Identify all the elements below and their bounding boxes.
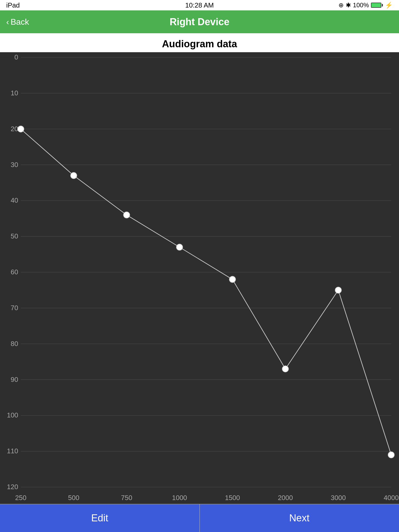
bluetooth-icon: ✱ [346, 2, 351, 9]
back-chevron-icon: ‹ [6, 17, 9, 27]
svg-text:50: 50 [11, 232, 18, 240]
battery-icon [371, 3, 383, 8]
svg-text:110: 110 [7, 447, 18, 455]
svg-text:0: 0 [15, 53, 18, 61]
battery-percent: 100% [353, 2, 369, 9]
svg-text:500: 500 [68, 494, 79, 502]
svg-text:4000: 4000 [384, 494, 399, 502]
svg-text:2000: 2000 [278, 494, 293, 502]
svg-text:30: 30 [11, 161, 18, 169]
page-title: Audiogram data [0, 33, 399, 52]
audiogram-chart: 0102030405060708090100110120250500750100… [0, 52, 399, 504]
charging-icon: ⚡ [385, 2, 393, 9]
back-label[interactable]: Back [11, 17, 29, 27]
svg-text:750: 750 [121, 494, 132, 502]
svg-point-40 [335, 287, 341, 293]
nav-title: Right Device [170, 16, 229, 28]
bottom-bar: Edit Next [0, 504, 399, 532]
svg-point-35 [71, 172, 77, 179]
next-button[interactable]: Next [200, 504, 399, 532]
location-icon: ⊕ [338, 2, 344, 9]
edit-button[interactable]: Edit [0, 504, 200, 532]
svg-point-39 [282, 366, 289, 372]
svg-text:3000: 3000 [331, 494, 346, 502]
svg-text:1500: 1500 [225, 494, 240, 502]
status-bar: iPad 10:28 AM ⊕ ✱ 100% ⚡ [0, 0, 399, 10]
svg-text:1000: 1000 [172, 494, 187, 502]
svg-text:60: 60 [11, 268, 18, 276]
svg-text:20: 20 [11, 125, 18, 133]
svg-point-36 [123, 212, 130, 218]
svg-text:250: 250 [15, 494, 26, 502]
svg-text:90: 90 [11, 376, 18, 383]
svg-point-37 [176, 244, 183, 250]
status-time: 10:28 AM [185, 1, 214, 9]
nav-bar: ‹ Back Right Device [0, 10, 399, 33]
next-label: Next [289, 513, 309, 524]
back-button[interactable]: ‹ Back [6, 17, 29, 27]
svg-point-41 [388, 452, 394, 458]
svg-text:70: 70 [11, 304, 18, 312]
chart-svg: 0102030405060708090100110120250500750100… [0, 52, 399, 503]
svg-text:120: 120 [7, 483, 18, 491]
svg-text:80: 80 [11, 340, 18, 348]
svg-text:10: 10 [11, 89, 18, 97]
svg-point-38 [229, 276, 236, 283]
svg-text:100: 100 [7, 411, 18, 419]
status-device: iPad [6, 1, 20, 9]
status-right: ⊕ ✱ 100% ⚡ [338, 2, 393, 9]
svg-text:40: 40 [11, 196, 18, 204]
edit-label: Edit [91, 513, 108, 524]
svg-point-34 [18, 126, 24, 132]
